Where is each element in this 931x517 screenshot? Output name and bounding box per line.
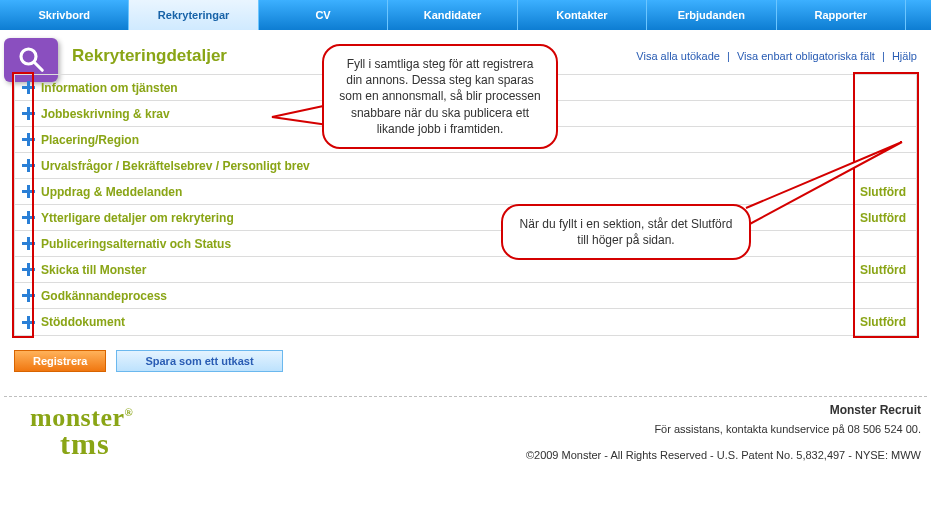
save-draft-button[interactable]: Spara som ett utkast — [116, 350, 282, 372]
register-button[interactable]: Registrera — [14, 350, 106, 372]
svg-rect-17 — [27, 263, 30, 276]
section-title: Godkännandeprocess — [41, 289, 906, 303]
nav-tab-kontakter[interactable]: Kontakter — [518, 0, 647, 30]
svg-rect-19 — [27, 289, 30, 302]
link-help[interactable]: Hjälp — [892, 50, 917, 62]
svg-rect-5 — [27, 107, 30, 120]
annotation-callout-status: När du fyllt i en sektion, står det Slut… — [501, 204, 751, 260]
svg-rect-7 — [27, 133, 30, 146]
expand-icon[interactable] — [21, 263, 35, 277]
main-nav: Skrivbord Rekryteringar CV Kandidater Ko… — [0, 0, 931, 30]
expand-icon[interactable] — [21, 159, 35, 173]
link-expand-all[interactable]: Visa alla utökade — [636, 50, 720, 62]
svg-rect-15 — [27, 237, 30, 250]
svg-rect-3 — [27, 81, 30, 94]
svg-rect-11 — [27, 185, 30, 198]
section-row[interactable]: Godkännandeprocess — [15, 283, 916, 309]
annotation-callout-steps: Fyll i samtliga steg för att registrera … — [322, 44, 558, 149]
button-label: Spara som ett utkast — [145, 355, 253, 367]
expand-icon[interactable] — [21, 81, 35, 95]
nav-tab-label: Kontakter — [556, 9, 607, 21]
footer-product-name: Monster Recruit — [526, 403, 921, 417]
expand-icon[interactable] — [21, 185, 35, 199]
nav-tab-kandidater[interactable]: Kandidater — [388, 0, 517, 30]
expand-icon[interactable] — [21, 107, 35, 121]
svg-rect-9 — [27, 159, 30, 172]
nav-tab-label: Kandidater — [424, 9, 481, 21]
nav-tab-label: Erbjudanden — [678, 9, 745, 21]
button-label: Registrera — [33, 355, 87, 367]
annotation-callout-tail — [270, 95, 330, 135]
section-title: Skicka till Monster — [41, 263, 860, 277]
section-row[interactable]: Publiceringsalternativ och Status — [15, 231, 916, 257]
separator: | — [723, 50, 734, 62]
footer-assist-text: För assistans, kontakta kundservice på 0… — [526, 423, 921, 435]
button-row: Registrera Spara som ett utkast — [14, 350, 917, 372]
header-links: Visa alla utökade | Visa enbart obligato… — [636, 50, 917, 62]
nav-tab-label: CV — [315, 9, 330, 21]
nav-tab-rapporter[interactable]: Rapporter — [777, 0, 906, 30]
link-required-only[interactable]: Visa enbart obligatoriska fält — [737, 50, 875, 62]
search-icon — [16, 44, 46, 76]
footer-logo: monster® tms — [30, 403, 133, 461]
nav-tab-rekryteringar[interactable]: Rekryteringar — [129, 0, 258, 30]
footer: monster® tms Monster Recruit För assista… — [0, 397, 931, 471]
section-title: Stöddokument — [41, 315, 860, 329]
section-row[interactable]: Stöddokument Slutförd — [15, 309, 916, 335]
separator: | — [878, 50, 889, 62]
svg-rect-21 — [27, 316, 30, 329]
svg-rect-13 — [27, 211, 30, 224]
nav-spacer — [906, 0, 931, 30]
expand-icon[interactable] — [21, 133, 35, 147]
expand-icon[interactable] — [21, 237, 35, 251]
nav-tab-cv[interactable]: CV — [259, 0, 388, 30]
footer-copyright: ©2009 Monster - All Rights Reserved - U.… — [526, 449, 921, 461]
section-title: Uppdrag & Meddelanden — [41, 185, 860, 199]
nav-tab-label: Rekryteringar — [158, 9, 230, 21]
section-status: Slutförd — [860, 263, 906, 277]
section-title: Publiceringsalternativ och Status — [41, 237, 906, 251]
nav-tab-label: Skrivbord — [39, 9, 90, 21]
nav-tab-label: Rapporter — [814, 9, 867, 21]
nav-tab-erbjudanden[interactable]: Erbjudanden — [647, 0, 776, 30]
svg-line-1 — [35, 63, 43, 71]
section-row[interactable]: Skicka till Monster Slutförd — [15, 257, 916, 283]
page-title: Rekryteringdetaljer — [72, 46, 227, 66]
annotation-callout-tail — [744, 140, 904, 230]
nav-tab-skrivbord[interactable]: Skrivbord — [0, 0, 129, 30]
footer-info: Monster Recruit För assistans, kontakta … — [526, 403, 921, 461]
logo-tms: tms — [60, 427, 133, 461]
expand-icon[interactable] — [21, 315, 35, 329]
expand-icon[interactable] — [21, 211, 35, 225]
expand-icon[interactable] — [21, 289, 35, 303]
section-status: Slutförd — [860, 315, 906, 329]
